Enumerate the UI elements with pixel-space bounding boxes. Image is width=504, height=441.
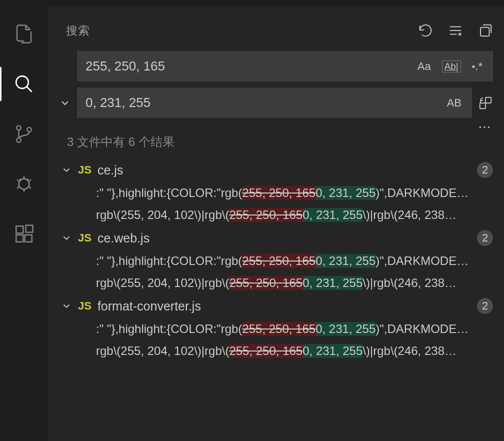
search-icon <box>14 74 34 94</box>
svg-point-5 <box>18 179 29 190</box>
file-type-badge: JS <box>78 232 92 244</box>
preserve-case-toggle[interactable]: AB <box>445 96 464 110</box>
results-summary: 3 文件中有 6 个结果 <box>48 130 504 154</box>
activity-search[interactable] <box>12 72 36 96</box>
clear-results-button[interactable] <box>448 23 463 38</box>
match-case-toggle[interactable]: Aa <box>416 59 433 74</box>
panel-title: 搜索 <box>66 23 90 38</box>
toggle-replace-button[interactable] <box>59 76 71 130</box>
svg-rect-17 <box>26 226 32 232</box>
svg-rect-24 <box>480 103 486 108</box>
replace-input-row: 0, 231, 255 AB <box>77 88 493 118</box>
svg-rect-25 <box>486 97 491 102</box>
match-count-badge: 2 <box>477 230 493 246</box>
activity-debug[interactable] <box>12 172 36 196</box>
svg-point-4 <box>27 128 32 132</box>
file-group: JSce.web.js2:" "},highlight:{COLOR:"rgb(… <box>48 226 504 294</box>
activity-bar <box>0 7 48 441</box>
more-options-row: ⋯ <box>77 124 493 130</box>
svg-line-8 <box>28 180 30 182</box>
search-body: 255, 250, 165 Aa Ab| ▪.* 0, 231, 255 AB <box>48 43 504 130</box>
match-line[interactable]: :" "},highlight:{COLOR:"rgb(255, 250, 16… <box>61 250 504 272</box>
search-input[interactable]: 255, 250, 165 Aa Ab| ▪.* <box>77 51 493 82</box>
file-type-badge: JS <box>78 164 92 176</box>
search-panel: 搜索 255, 250, 165 <box>48 7 504 441</box>
match-line[interactable]: :" "},highlight:{COLOR:"rgb(255, 250, 16… <box>61 318 504 340</box>
chevron-down-icon <box>59 97 71 109</box>
match-line[interactable]: rgb\(255, 204, 102\)|rgb\(255, 250, 1650… <box>61 340 504 362</box>
filename: ce.js <box>98 163 123 178</box>
header-actions <box>418 23 493 38</box>
svg-rect-15 <box>16 235 23 242</box>
replace-input-value[interactable]: 0, 231, 255 <box>86 95 439 110</box>
svg-line-10 <box>28 186 30 188</box>
clear-icon <box>448 23 463 38</box>
results-list: JSce.js2:" "},highlight:{COLOR:"rgb(255,… <box>48 154 504 362</box>
svg-line-9 <box>17 186 20 188</box>
replace-all-icon <box>478 96 493 110</box>
file-header[interactable]: JSce.web.js2 <box>61 226 504 250</box>
refresh-button[interactable] <box>418 23 433 38</box>
file-group: JSformat-converter.js2:" "},highlight:{C… <box>48 294 504 362</box>
branch-icon <box>14 124 34 144</box>
files-icon <box>14 24 34 44</box>
match-count-badge: 2 <box>477 298 493 314</box>
activity-explorer[interactable] <box>12 22 36 46</box>
match-line[interactable]: rgb\(255, 204, 102\)|rgb\(255, 250, 1650… <box>61 204 504 226</box>
more-options-button[interactable]: ⋯ <box>478 124 492 130</box>
filename: format-converter.js <box>98 299 201 314</box>
window-titlebar <box>0 0 504 7</box>
regex-toggle[interactable]: ▪.* <box>470 59 484 74</box>
svg-rect-23 <box>480 28 490 36</box>
bug-icon <box>14 174 34 194</box>
svg-point-3 <box>16 138 21 142</box>
file-header[interactable]: JSce.js2 <box>61 158 504 182</box>
svg-point-2 <box>16 126 21 130</box>
search-panel-header: 搜索 <box>48 18 504 43</box>
file-type-badge: JS <box>78 300 92 312</box>
chevron-down-icon <box>61 164 72 176</box>
new-editor-icon <box>478 23 493 38</box>
match-line[interactable]: :" "},highlight:{COLOR:"rgb(255, 250, 16… <box>61 182 504 204</box>
chevron-down-icon <box>61 300 72 312</box>
svg-point-0 <box>16 76 28 88</box>
activity-source-control[interactable] <box>12 122 36 146</box>
refresh-icon <box>418 23 433 38</box>
replace-all-button[interactable] <box>478 96 493 110</box>
chevron-down-icon <box>61 232 72 244</box>
replace-input[interactable]: 0, 231, 255 AB <box>77 88 472 118</box>
main-area: 搜索 255, 250, 165 <box>0 7 504 441</box>
open-editor-button[interactable] <box>478 23 493 38</box>
search-inputs: 255, 250, 165 Aa Ab| ▪.* 0, 231, 255 AB <box>77 51 493 130</box>
file-group: JSce.js2:" "},highlight:{COLOR:"rgb(255,… <box>48 158 504 226</box>
svg-rect-14 <box>16 226 23 233</box>
extensions-icon <box>14 224 34 244</box>
file-header[interactable]: JSformat-converter.js2 <box>61 294 504 318</box>
whole-word-toggle[interactable]: Ab| <box>442 60 461 72</box>
search-input-value[interactable]: 255, 250, 165 <box>86 58 410 74</box>
match-count-badge: 2 <box>477 162 493 178</box>
activity-extensions[interactable] <box>12 222 36 246</box>
svg-line-7 <box>17 180 20 182</box>
filename: ce.web.js <box>98 231 150 246</box>
search-input-toggles: Aa Ab| ▪.* <box>416 59 484 74</box>
replace-input-toggles: AB <box>445 96 464 110</box>
match-line[interactable]: rgb\(255, 204, 102\)|rgb\(255, 250, 1650… <box>61 272 504 294</box>
svg-line-1 <box>26 86 32 92</box>
search-input-row: 255, 250, 165 Aa Ab| ▪.* <box>77 51 493 82</box>
svg-rect-16 <box>24 235 32 242</box>
